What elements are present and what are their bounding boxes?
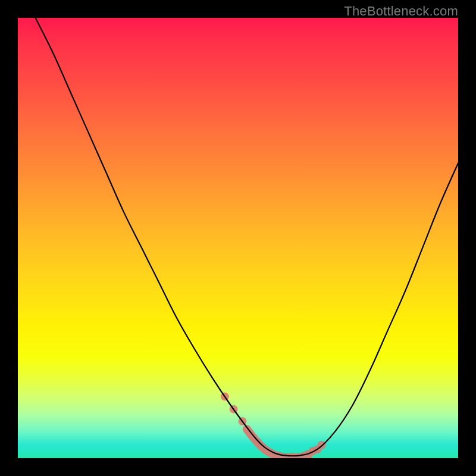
chart-overlay (18, 18, 458, 458)
highlight-dots (221, 392, 326, 455)
attribution-text: TheBottleneck.com (344, 4, 458, 19)
plot-area (18, 18, 458, 458)
chart-frame: TheBottleneck.com (0, 0, 476, 476)
optimal-range-highlight (247, 429, 309, 458)
bottleneck-curve (36, 18, 458, 456)
